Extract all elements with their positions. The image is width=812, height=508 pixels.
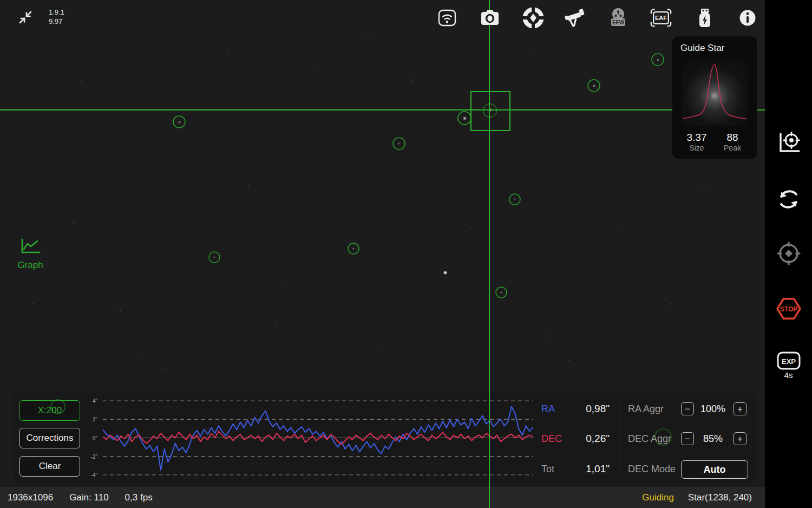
star bbox=[140, 354, 142, 356]
exposure-icon[interactable]: EXP bbox=[776, 348, 802, 374]
zoom-scale-button[interactable]: X:200 bbox=[19, 400, 80, 421]
star bbox=[178, 121, 181, 123]
star bbox=[412, 80, 414, 81]
y-axis-tick-label: 4" bbox=[76, 398, 97, 404]
guiding-state-label: Guiding bbox=[642, 492, 674, 503]
guiding-bottom-panel: X:200 Corrections Clear RA 0,98" DEC 0,2… bbox=[13, 392, 757, 483]
star bbox=[286, 281, 288, 283]
star bbox=[657, 58, 659, 61]
dec-mode-label: DEC Mode bbox=[628, 464, 676, 475]
y-axis-tick-label: 0" bbox=[76, 435, 97, 441]
star bbox=[120, 310, 121, 311]
ra-label: RA bbox=[541, 403, 555, 415]
star bbox=[274, 323, 276, 325]
ra-aggr-plus-button[interactable]: + bbox=[734, 402, 746, 415]
guiding-error-chart bbox=[101, 395, 547, 481]
right-sidebar: STOP EXP 4s bbox=[765, 0, 812, 508]
guide-star-peak-value: 88 bbox=[713, 132, 751, 144]
svg-text:EXP: EXP bbox=[781, 357, 795, 366]
star bbox=[514, 198, 516, 200]
ra-trace bbox=[103, 406, 533, 470]
svg-text:EFW: EFW bbox=[612, 19, 625, 25]
telescope-icon[interactable] bbox=[564, 6, 587, 29]
crosshair-vertical-line bbox=[489, 0, 490, 508]
app-version: 1.9.1 bbox=[49, 8, 64, 17]
star bbox=[568, 360, 569, 361]
camera-icon[interactable] bbox=[479, 6, 501, 29]
dec-mode-auto-button[interactable]: Auto bbox=[681, 460, 748, 479]
fps-label: 0,3 fps bbox=[125, 492, 153, 503]
star bbox=[81, 81, 82, 82]
graph-icon bbox=[19, 238, 41, 257]
star bbox=[313, 64, 315, 66]
star bbox=[470, 227, 472, 229]
star bbox=[530, 48, 532, 50]
status-bar: 1936x1096 Gain: 110 0,3 fps Guiding Star… bbox=[0, 487, 765, 508]
ra-aggr-label: RA Aggr bbox=[628, 403, 664, 415]
loop-capture-icon[interactable] bbox=[776, 186, 802, 212]
dec-aggr-plus-button[interactable]: + bbox=[734, 432, 746, 445]
star bbox=[703, 189, 705, 191]
star bbox=[546, 335, 548, 337]
crosshair-horizontal-line bbox=[0, 109, 765, 110]
info-icon[interactable] bbox=[736, 6, 759, 29]
guiding-graph-icon[interactable] bbox=[776, 130, 802, 156]
y-axis-tick-label: 2" bbox=[76, 416, 97, 422]
star bbox=[622, 227, 624, 229]
clear-button[interactable]: Clear bbox=[19, 456, 80, 477]
eaf-icon[interactable]: EAF bbox=[650, 6, 672, 29]
svg-text:STOP: STOP bbox=[780, 305, 797, 313]
collapse-icon[interactable] bbox=[18, 10, 33, 25]
tot-label: Tot bbox=[541, 464, 554, 475]
star bbox=[593, 84, 595, 87]
tot-value: 1,01" bbox=[560, 463, 610, 475]
star bbox=[443, 271, 447, 275]
y-axis-tick-label: -2" bbox=[76, 453, 97, 459]
guide-star-title: Guide Star bbox=[680, 43, 724, 54]
guide-star-coords-label: Star(1238, 240) bbox=[688, 492, 752, 503]
resolution-label: 1936x1096 bbox=[8, 492, 53, 503]
ra-aggr-minus-button[interactable]: − bbox=[681, 402, 694, 415]
graph-toggle-button[interactable]: Graph bbox=[15, 238, 45, 272]
stop-guiding-icon[interactable]: STOP bbox=[776, 296, 802, 322]
graph-toggle-label: Graph bbox=[15, 260, 45, 271]
star bbox=[73, 222, 74, 223]
version-info: 1.9.1 9.97 bbox=[49, 8, 64, 26]
dec-label: DEC bbox=[541, 433, 562, 445]
star bbox=[227, 48, 228, 50]
calibration-target-icon[interactable] bbox=[776, 240, 802, 266]
ra-value: 0,98" bbox=[560, 403, 610, 415]
star bbox=[398, 142, 400, 145]
dec-aggr-minus-button[interactable]: − bbox=[681, 432, 694, 445]
star bbox=[378, 346, 380, 348]
star bbox=[500, 291, 502, 294]
star bbox=[368, 32, 369, 34]
corrections-button[interactable]: Corrections bbox=[19, 428, 80, 448]
gain-label: Gain: 110 bbox=[69, 492, 108, 503]
dec-aggr-label: DEC Aggr bbox=[628, 433, 671, 445]
guide-target-icon[interactable] bbox=[522, 6, 545, 29]
guide-star-size-label: Size bbox=[678, 144, 716, 152]
star bbox=[32, 303, 34, 304]
guide-star-peak-label: Peak bbox=[713, 144, 751, 152]
y-axis-tick-label: -4" bbox=[76, 472, 97, 478]
guide-star-profile-thumbnail bbox=[682, 60, 748, 126]
usb-storage-icon[interactable] bbox=[693, 6, 716, 29]
star bbox=[352, 248, 355, 250]
star bbox=[671, 303, 672, 304]
guide-star-circle bbox=[483, 103, 497, 118]
star bbox=[463, 116, 467, 120]
star-profile-curve bbox=[682, 60, 748, 126]
panel-divider bbox=[619, 401, 619, 476]
star bbox=[162, 368, 163, 369]
wifi-icon[interactable] bbox=[436, 6, 459, 29]
guide-star-size-value: 3.37 bbox=[678, 132, 716, 144]
star bbox=[213, 256, 215, 258]
ra-aggr-value: 100% bbox=[694, 403, 732, 415]
guide-star-panel: Guide Star 3.37 88 Size Peak bbox=[672, 36, 757, 159]
exposure-time-label: 4s bbox=[765, 370, 812, 380]
efw-icon[interactable]: EFW bbox=[607, 6, 630, 29]
star bbox=[248, 185, 250, 186]
dec-value: 0,26" bbox=[560, 433, 610, 445]
firmware-version: 9.97 bbox=[49, 17, 64, 26]
